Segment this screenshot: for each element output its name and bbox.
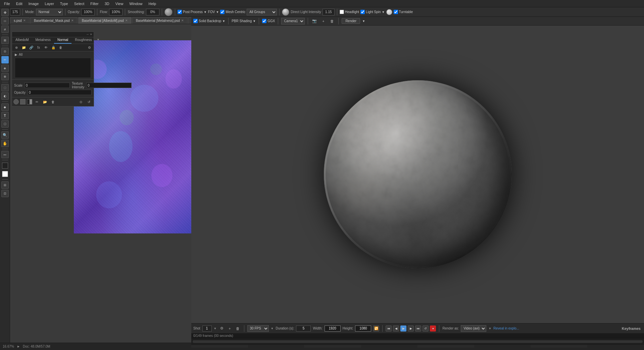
more-tools-btn[interactable]: ••• (1, 151, 9, 158)
menu-image[interactable]: Image (26, 1, 42, 6)
camera-settings-btn[interactable]: 📷 (311, 18, 318, 25)
camera-add-btn[interactable]: + (320, 18, 327, 25)
tab-basematerial-albedo[interactable]: BaseMaterial [AlbedoM].psd ✕ (78, 17, 132, 24)
eyedropper-tool-btn[interactable]: ⊙ (1, 48, 9, 55)
mp-eye-btn[interactable]: 👁 (43, 45, 49, 51)
camera-delete-btn[interactable]: 🗑 (329, 18, 335, 25)
mp-link-btn[interactable]: 🔗 (28, 45, 35, 51)
solid-backdrop-dropdown[interactable]: ▼ (222, 19, 225, 23)
pbr-shading-checkbox-group[interactable]: PBR Shading ▼ (232, 19, 256, 23)
panel-close-icon[interactable]: ✕ (90, 33, 92, 36)
camera-select[interactable]: Camera1 (281, 18, 305, 25)
mp-folder-btn[interactable]: 📁 (20, 45, 27, 51)
mp-trash-btn[interactable]: 🗑 (50, 99, 56, 105)
fov-dropdown-icon[interactable]: ▼ (216, 10, 219, 14)
panel-expand-icon[interactable]: ▼ (95, 37, 101, 44)
menu-layer[interactable]: Layer (42, 1, 57, 6)
fps-dropdown-icon[interactable]: ▼ (271, 327, 274, 330)
record-btn[interactable]: ● (430, 325, 436, 332)
next-frame-btn[interactable]: ▶ (408, 325, 414, 332)
pen-tool-btn[interactable]: ◆ (1, 103, 9, 111)
menu-edit[interactable]: Edit (13, 1, 25, 6)
ggx-checkbox-group[interactable]: GGX (262, 19, 275, 23)
opacity-input[interactable] (81, 9, 95, 15)
stamp-tool-btn[interactable]: ⊕ (1, 73, 9, 80)
mp-copy-btn[interactable]: ⊙ (78, 99, 84, 105)
timeline-add-btn[interactable]: + (227, 325, 233, 332)
smoothing-input[interactable] (146, 9, 159, 15)
text-tool-btn[interactable]: T (1, 112, 9, 119)
prev-frame-btn[interactable]: ◀ (393, 325, 399, 332)
fov-checkbox-group[interactable]: FOV ▼ (208, 10, 219, 14)
dodge-tool-btn[interactable]: ◐ (1, 92, 9, 100)
background-color-swatch[interactable] (2, 171, 8, 177)
panel-tab-metalness[interactable]: Metalness (32, 37, 54, 44)
all-groups-select[interactable]: All Groups (247, 9, 277, 15)
timeline-scrubber[interactable] (193, 340, 643, 343)
mp-add-btn[interactable]: ⊕ (13, 45, 20, 51)
panel-minimize-icon[interactable]: ─ (87, 33, 89, 36)
hand-tool-btn[interactable]: ✋ (1, 140, 9, 147)
turntable-checkbox-group[interactable]: Turntable (394, 10, 413, 14)
menu-type[interactable]: Type (57, 1, 71, 6)
panel-tab-albedo[interactable]: AlbedoM (12, 37, 32, 44)
mp-square-btn[interactable] (20, 99, 26, 104)
move-tool-btn[interactable]: ✥ (1, 9, 9, 16)
shape-tool-btn[interactable]: ⬡ (1, 120, 9, 128)
headlight-checkbox-group[interactable]: Headlight (340, 10, 359, 14)
post-process-dropdown-icon[interactable]: ▼ (204, 10, 207, 14)
tab-metalness-close[interactable]: ✕ (181, 19, 184, 22)
shot-input[interactable] (202, 325, 212, 332)
brush-size-input[interactable] (10, 9, 20, 15)
mp-settings-btn[interactable]: ⚙ (86, 45, 93, 51)
post-process-checkbox-group[interactable]: Post Process ▼ (178, 10, 207, 14)
menu-select[interactable]: Select (71, 1, 87, 6)
timeline-delete-btn[interactable]: 🗑 (235, 325, 241, 332)
tab-mask-close[interactable]: ✕ (71, 19, 74, 22)
tab-s-psd[interactable]: s.psd ✕ (10, 17, 30, 24)
headlight-checkbox[interactable] (340, 10, 344, 14)
render-as-select[interactable]: Video (avi) (461, 325, 486, 332)
pbr-shading-dropdown[interactable]: ▼ (253, 19, 256, 23)
mode-select[interactable]: Normal (36, 9, 63, 15)
light-spin-dropdown-icon[interactable]: ▼ (382, 10, 385, 14)
mp-folder2-btn[interactable]: 📂 (42, 99, 48, 105)
light-spin-checkbox[interactable] (360, 10, 365, 14)
mp-half-btn[interactable] (27, 99, 32, 104)
menu-filter[interactable]: Filter (88, 1, 101, 6)
tab-s-psd-close[interactable]: ✕ (23, 19, 26, 22)
width-input[interactable] (325, 325, 341, 332)
render-as-dropdown-icon[interactable]: ▼ (488, 327, 491, 330)
menu-help[interactable]: Help (146, 1, 159, 6)
mesh-centric-checkbox-group[interactable]: Mesh Centric (220, 10, 245, 14)
selection-tool-btn[interactable]: ▭ (1, 17, 9, 25)
go-start-btn[interactable]: ⏮ (386, 325, 392, 332)
tree-expand-icon[interactable]: ▶ All (15, 53, 91, 56)
layer-mask-btn[interactable]: ⊟ (1, 181, 9, 189)
foreground-color-swatch[interactable] (2, 163, 8, 169)
duration-input[interactable] (296, 325, 311, 332)
zoom-tool-btn[interactable]: 🔍 (1, 131, 9, 139)
panel-tab-normal[interactable]: Normal (54, 37, 71, 44)
mp-delete-btn[interactable]: 🗑 (57, 45, 64, 51)
menu-file[interactable]: File (1, 1, 13, 6)
brush-tool-btn[interactable]: ✏ (1, 56, 9, 63)
loop-btn[interactable]: 🔁 (373, 325, 379, 332)
menu-window[interactable]: Window (127, 1, 145, 6)
tab-basematerial-mask[interactable]: BaseMaterial_Mask.psd ✕ (30, 17, 78, 24)
color-swatch[interactable] (386, 9, 392, 15)
loop-all-btn[interactable]: ↺ (423, 325, 429, 332)
mp-refresh-btn[interactable]: ↺ (86, 99, 92, 105)
lasso-tool-btn[interactable]: ⌀ (1, 26, 9, 33)
solid-backdrop-checkbox-group[interactable]: Solid Backdrop ▼ (193, 19, 225, 23)
opacity-field-input[interactable] (28, 90, 92, 95)
direct-light-intensity-input[interactable] (323, 9, 335, 15)
light-spin-checkbox-group[interactable]: Light Spin ▼ (360, 10, 385, 14)
3d-viewport[interactable] (191, 26, 644, 323)
timeline-settings-btn1[interactable]: ⚙ (219, 325, 225, 332)
texture-intensity-input[interactable] (86, 83, 132, 88)
go-end-btn[interactable]: ⏭ (415, 325, 421, 332)
ggx-checkbox[interactable] (262, 19, 266, 23)
menu-3d[interactable]: 3D (102, 1, 112, 6)
mp-pen-btn[interactable]: ✏ (34, 99, 40, 105)
